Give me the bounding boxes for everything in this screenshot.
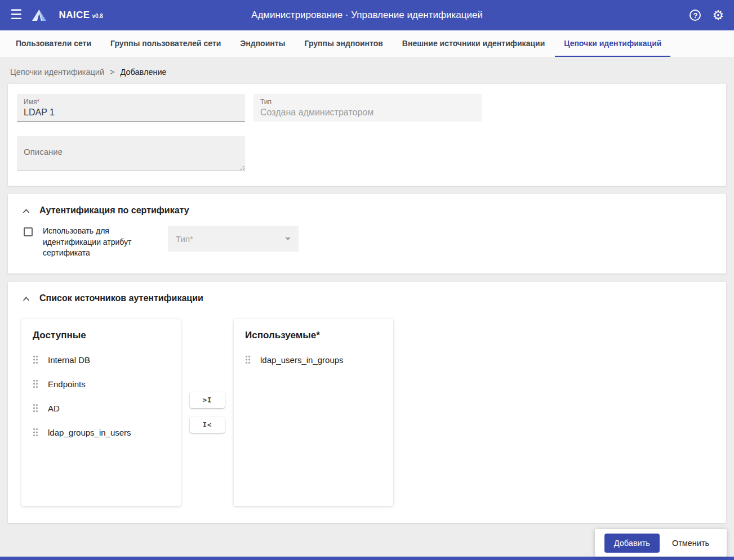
- name-input[interactable]: [24, 106, 238, 118]
- add-button[interactable]: Добавить: [604, 534, 660, 553]
- tab-label: Группы эндпоинтов: [305, 39, 383, 48]
- list-item-label: Internal DB: [48, 355, 90, 365]
- tab-network-user-groups[interactable]: Группы пользователей сети: [101, 30, 230, 57]
- app-logo: [32, 9, 47, 21]
- name-field[interactable]: Имя*: [17, 94, 245, 122]
- chevron-up-icon[interactable]: [23, 208, 30, 213]
- transfer-lists: Доступные Internal DB Endpoints: [21, 319, 717, 506]
- list-item[interactable]: AD: [21, 396, 181, 420]
- app-version: v0.8: [92, 13, 103, 19]
- list-item[interactable]: ldap_groups_in_users: [21, 420, 181, 445]
- available-list-title: Доступные: [21, 319, 181, 348]
- bottom-action-bar: Добавить Отменить: [595, 529, 727, 557]
- general-form-card: Имя* Тип Создана администратором: [8, 84, 726, 186]
- move-all-right-button[interactable]: >I: [190, 392, 225, 408]
- cert-type-select-placeholder: Тип*: [176, 234, 193, 244]
- tab-label: Эндпоинты: [240, 39, 285, 48]
- auth-sources-card: Список источников аутентификации Доступн…: [8, 282, 726, 523]
- page-title: Администрирование · Управление идентифик…: [251, 10, 483, 21]
- type-field-value: Создана администратором: [260, 106, 475, 118]
- cert-type-select[interactable]: Тип*: [168, 226, 299, 252]
- auth-sources-header: Список источников аутентификации: [17, 293, 717, 303]
- transfer-buttons: >I I<: [190, 392, 225, 433]
- drag-handle-icon[interactable]: [33, 428, 38, 437]
- auth-sources-title: Список источников аутентификации: [39, 293, 203, 303]
- breadcrumb-root-link[interactable]: Цепочки идентификаций: [10, 68, 104, 77]
- drag-handle-icon[interactable]: [33, 404, 38, 413]
- certificate-auth-title: Аутентификация по сертификату: [39, 205, 189, 216]
- main-content: Имя* Тип Создана администратором Аутенти…: [0, 84, 734, 523]
- list-item-label: Endpoints: [48, 379, 86, 389]
- help-icon[interactable]: ?: [689, 10, 701, 21]
- header-left: ☰ NAICE v0.8: [10, 9, 103, 21]
- list-item[interactable]: Internal DB: [21, 348, 181, 372]
- drag-handle-icon[interactable]: [245, 355, 251, 364]
- list-item[interactable]: ldap_users_in_groups: [234, 348, 393, 372]
- certificate-auth-card: Аутентификация по сертификату Использова…: [8, 194, 726, 274]
- type-field-label: Тип: [260, 98, 475, 106]
- name-field-label: Имя*: [24, 98, 238, 106]
- certificate-auth-header: Аутентификация по сертификату: [17, 205, 717, 216]
- certificate-auth-row: Использовать для идентификации атрибут с…: [24, 226, 717, 259]
- tab-identity-chains[interactable]: Цепочки идентификаций: [555, 30, 670, 57]
- cancel-button[interactable]: Отменить: [664, 539, 717, 548]
- app-name: NAICE: [59, 10, 90, 21]
- drag-handle-icon[interactable]: [33, 379, 38, 388]
- used-sources-list: Используемые* ldap_users_in_groups: [234, 319, 393, 506]
- available-sources-list: Доступные Internal DB Endpoints: [21, 319, 181, 506]
- tab-label: Цепочки идентификаций: [564, 39, 661, 48]
- breadcrumb-separator: >: [110, 68, 114, 77]
- tab-endpoints[interactable]: Эндпоинты: [231, 30, 294, 57]
- drag-handle-icon[interactable]: [33, 355, 38, 364]
- tab-endpoint-groups[interactable]: Группы эндпоинтов: [296, 30, 392, 57]
- header-actions: ? ⚙: [689, 9, 724, 22]
- main-tabs: Пользователи сети Группы пользователей с…: [0, 30, 734, 57]
- tab-label: Группы пользователей сети: [110, 39, 221, 48]
- use-cert-attribute-label: Использовать для идентификации атрибут с…: [43, 226, 144, 259]
- name-label-text: Имя: [24, 98, 37, 106]
- tab-label: Внешние источники идентификации: [402, 39, 545, 48]
- list-item-label: AD: [48, 404, 60, 413]
- move-all-left-button[interactable]: I<: [190, 417, 225, 433]
- list-item[interactable]: Endpoints: [21, 372, 181, 396]
- type-field: Тип Создана администратором: [253, 94, 482, 122]
- used-list-title: Используемые*: [234, 319, 393, 348]
- description-textarea[interactable]: [17, 136, 245, 171]
- required-marker: *: [37, 98, 39, 106]
- footer-accent-strip: [0, 557, 734, 560]
- breadcrumb-current: Добавление: [121, 68, 167, 77]
- tab-network-users[interactable]: Пользователи сети: [7, 30, 100, 57]
- breadcrumb: Цепочки идентификаций > Добавление: [0, 57, 734, 84]
- tab-label: Пользователи сети: [16, 39, 91, 48]
- tab-external-identity-sources[interactable]: Внешние источники идентификации: [393, 30, 554, 57]
- chevron-up-icon[interactable]: [23, 295, 30, 301]
- settings-gear-icon[interactable]: ⚙: [712, 9, 724, 22]
- app-header: ☰ NAICE v0.8 Администрирование · Управле…: [0, 0, 734, 30]
- name-type-row: Имя* Тип Создана администратором: [17, 94, 717, 122]
- use-cert-attribute-checkbox[interactable]: [24, 227, 33, 236]
- dropdown-arrow-icon: [285, 238, 291, 240]
- hamburger-menu-icon[interactable]: ☰: [10, 8, 23, 21]
- app-brand: NAICE v0.8: [59, 10, 103, 21]
- list-item-label: ldap_users_in_groups: [260, 355, 344, 365]
- list-item-label: ldap_groups_in_users: [48, 428, 131, 437]
